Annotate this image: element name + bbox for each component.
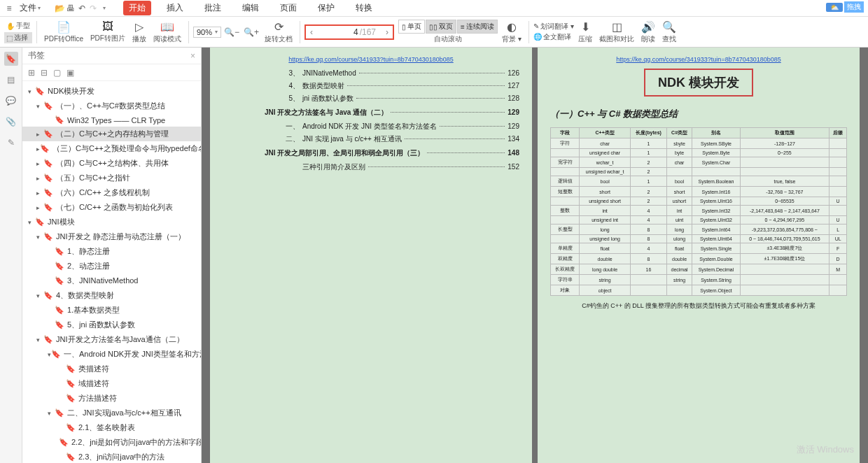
page-link[interactable]: https://ke.qq.com/course/341933?tuin=8b7… — [223, 56, 519, 63]
tree-item[interactable]: 🔖2.1、签名映射表 — [22, 420, 201, 435]
continuous-read[interactable]: ≡ 连续阅读 — [457, 20, 498, 34]
double-page[interactable]: ▯▯ 双页 — [426, 20, 456, 34]
tree-item[interactable]: ▾🔖JNI模块 — [22, 215, 201, 229]
hand-mode[interactable]: ✋ 手型 — [4, 20, 32, 31]
prev-page-icon[interactable]: ‹ — [306, 27, 317, 37]
collapse-all-icon[interactable]: ⊟ — [41, 68, 48, 78]
expand-all-icon[interactable]: ⊞ — [28, 68, 35, 78]
tree-item[interactable]: 🔖1.基本数据类型 — [22, 303, 201, 318]
tree-item[interactable]: 🔖2.3、jni访问java中的方法 — [22, 450, 201, 463]
tree-item[interactable]: 🔖类描述符 — [22, 362, 201, 376]
background-menu[interactable]: ◐背景 ▾ — [499, 19, 524, 45]
menu-tab-5[interactable]: 保护 — [312, 1, 340, 15]
single-page[interactable]: ▯ 单页 — [398, 20, 425, 34]
forward-icon[interactable]: ↷ — [88, 3, 98, 13]
page-right: https://ke.qq.com/course/341933?tuin=8b7… — [538, 48, 860, 463]
tree-item[interactable]: ▸🔖（六）C/C++ 之多线程机制 — [22, 185, 201, 200]
screenshot-compare[interactable]: ◫截图和对比 — [596, 19, 637, 45]
rail-attach-icon[interactable]: 📎 — [4, 115, 18, 129]
tree-item[interactable]: 🔖1、静态注册 — [22, 244, 201, 259]
play-button[interactable]: ▷播放 — [130, 19, 149, 45]
page-navigator[interactable]: ‹ 4 /167 › — [304, 24, 394, 40]
menu-tab-0[interactable]: 开始 — [123, 1, 151, 15]
section-heading: （一）C++ 与 C# 数据类型总结 — [550, 108, 847, 120]
search-button[interactable]: 🔍查找 — [659, 19, 679, 45]
bookmark-tool-icon[interactable]: ▢ — [53, 68, 61, 78]
rail-bookmark-icon[interactable]: 🔖 — [4, 52, 18, 66]
rail-comments-icon[interactable]: 💬 — [4, 94, 18, 108]
zoom-in-icon[interactable]: 🔍+ — [242, 27, 260, 37]
word-translate[interactable]: ✎ 划词翻译 ▾ — [533, 22, 575, 31]
select-mode[interactable]: ⬚ 选择 — [4, 32, 32, 43]
back-icon[interactable]: ↶ — [77, 3, 87, 13]
tree-item[interactable]: ▾🔖二、JNI实现java与c/c++相互通讯 — [22, 406, 201, 420]
file-menu[interactable]: 文件 ▾ — [15, 1, 45, 15]
tree-item[interactable]: ▸🔖（七）C/C++ 之函数与初始化列表 — [22, 200, 201, 215]
dropdown-icon[interactable]: ▾ — [99, 3, 109, 13]
page-total: /167 — [360, 27, 382, 37]
tree-item[interactable]: ▾🔖一、Android NDK开发 JNI类型签名和方法签名 — [22, 347, 201, 362]
page-current[interactable]: 4 — [317, 27, 360, 37]
tree-item[interactable]: ▾🔖NDK模块开发 — [22, 84, 201, 99]
tree-item[interactable]: ▸🔖（三）C与C++之预处理命令与用typedef命名已有类型 — [22, 141, 201, 156]
auto-scroll[interactable]: 自动滚动 — [434, 34, 462, 44]
rotate-doc[interactable]: ⟳旋转文档 — [262, 19, 295, 45]
tree-item[interactable]: ▾🔖JNI开发之方法签名与Java通信（二） — [22, 332, 201, 347]
ndk-title: NDK 模块开发 — [644, 69, 753, 97]
tree-item[interactable]: 🔖2.2、jni是如何访问java中的方法和字段 — [22, 435, 201, 450]
read-mode[interactable]: 📖阅读模式 — [150, 19, 184, 45]
page-left: https://ke.qq.com/course/341933?tuin=8b7… — [210, 48, 532, 463]
rail-edit-icon[interactable]: ✎ — [4, 136, 18, 150]
full-translate[interactable]: 🌐 全文翻译 — [533, 32, 575, 42]
menu-tab-6[interactable]: 转换 — [350, 1, 378, 15]
sidebar-title: 书签 — [28, 50, 45, 62]
next-page-icon[interactable]: › — [382, 27, 393, 37]
tree-item[interactable]: ▾🔖4、数据类型映射 — [22, 288, 201, 303]
menu-tab-1[interactable]: 插入 — [161, 1, 189, 15]
datatype-table: 字段C++类型长度(bytes)C#类型别名取值范围后缀 字符char1sbyt… — [550, 127, 847, 296]
compress-button[interactable]: ⬇压缩 — [575, 19, 595, 45]
tree-item[interactable]: 🔖Win32 Types —— CLR Type — [22, 113, 201, 127]
pdf-to-image[interactable]: 🖼PDF转图片 — [88, 19, 128, 45]
print-icon[interactable]: 🖶 — [66, 3, 76, 13]
tree-item[interactable]: ▾🔖JNI开发之 静态注册与动态注册（一） — [22, 229, 201, 244]
close-sidebar-icon[interactable]: × — [190, 51, 195, 61]
zoom-select[interactable]: 90%▾ — [193, 27, 221, 38]
table-note: C#钓鱼的 C++ 的 DLL 搜集整理的所有数据类型转换方式可能会有重复或者多… — [550, 301, 847, 311]
tree-item[interactable]: ▸🔖（二）C与C++之内存结构与管理 — [22, 127, 201, 141]
watermark: 激活 Windows — [797, 443, 854, 456]
menu-tab-4[interactable]: 页面 — [274, 1, 302, 15]
zoom-out-icon[interactable]: 🔍− — [223, 27, 241, 37]
rail-thumbnails-icon[interactable]: ▤ — [4, 73, 18, 87]
tree-item[interactable]: ▾🔖（一）、C++与C#数据类型总结 — [22, 99, 201, 113]
tree-item[interactable]: 🔖域描述符 — [22, 376, 201, 391]
tree-item[interactable]: 🔖方法描述符 — [22, 391, 201, 406]
hamburger-icon[interactable]: ≡ — [4, 3, 14, 13]
tree-item[interactable]: ▸🔖（四）C与C++之结构体、共用体 — [22, 156, 201, 171]
bookmark-tool2-icon[interactable]: ▣ — [66, 68, 74, 78]
menu-tab-2[interactable]: 批注 — [199, 1, 227, 15]
read-aloud[interactable]: 🔊朗读 — [638, 19, 658, 45]
pdf-to-office[interactable]: 📄PDF转Office — [41, 19, 86, 45]
tree-item[interactable]: 🔖2、动态注册 — [22, 259, 201, 273]
tree-item[interactable]: 🔖3、JNINativeMethod — [22, 273, 201, 288]
open-icon[interactable]: 📂 — [55, 3, 64, 13]
cloud-badge[interactable]: ⛅ — [826, 3, 843, 12]
tree-item[interactable]: ▸🔖（五）C与C++之指针 — [22, 171, 201, 185]
page-link[interactable]: https://ke.qq.com/course/341933?tuin=8b7… — [550, 56, 847, 63]
menu-tab-3[interactable]: 编辑 — [237, 1, 265, 15]
tree-item[interactable]: 🔖5、jni 函数默认参数 — [22, 318, 201, 332]
drag-badge[interactable]: 拖拽 — [844, 1, 864, 13]
